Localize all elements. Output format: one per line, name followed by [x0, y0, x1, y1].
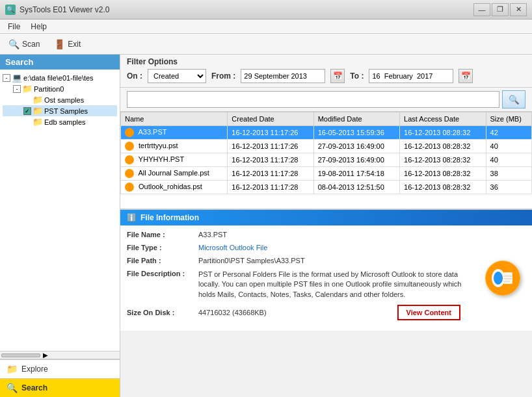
cell-name: All Journal Sample.pst: [121, 167, 228, 181]
from-date-input[interactable]: [241, 69, 325, 83]
main-layout: Search - 💻 e:\data file\e01-file\tes - 📁…: [0, 55, 532, 397]
explore-label: Explore: [21, 365, 48, 374]
file-path-value: Partition0\PST Samples\A33.PST: [198, 257, 467, 264]
tree-item-edb[interactable]: 📁 Edb samples: [3, 116, 117, 127]
filter-row: On : Created Modified Accessed From : 📅 …: [127, 69, 525, 83]
cell-created: 16-12-2013 11:17:26: [228, 140, 313, 153]
tree-area: - 💻 e:\data file\e01-file\tes - 📁 Partit…: [0, 70, 120, 351]
col-modified: Modified Date: [313, 112, 399, 126]
cell-created: 16-12-2013 11:17:26: [228, 126, 313, 140]
table-row[interactable]: tertrttyyu.pst 16-12-2013 11:17:26 27-09…: [121, 140, 532, 153]
col-accessed: Last Access Date: [400, 112, 486, 126]
folder-icon-pst: 📁: [33, 106, 43, 116]
on-dropdown[interactable]: Created Modified Accessed: [148, 69, 206, 83]
file-info-left: File Name : A33.PST File Type : Microsof…: [120, 231, 473, 326]
file-path-label: File Path :: [127, 257, 198, 264]
file-type-row: File Type : Microsoft Outlook File: [127, 244, 467, 251]
cell-size: 38: [486, 167, 531, 181]
file-desc-value: PST or Personal Folders File is the form…: [198, 270, 467, 300]
table-row[interactable]: A33.PST 16-12-2013 11:17:26 16-05-2013 1…: [121, 126, 532, 140]
menu-help[interactable]: Help: [25, 21, 52, 32]
cell-size: 36: [486, 181, 531, 194]
tree-label-partition: Partition0: [34, 85, 64, 93]
scan-button[interactable]: 🔍 Scan: [3, 36, 46, 52]
to-date-input[interactable]: [369, 69, 453, 83]
cell-modified: 16-05-2013 15:59:36: [313, 126, 399, 140]
cell-name: A33.PST: [121, 126, 228, 140]
col-size: Size (MB): [486, 112, 531, 126]
exit-icon: 🚪: [54, 39, 65, 49]
filter-options-title: Filter Options: [127, 57, 525, 66]
file-info-body: File Name : A33.PST File Type : Microsof…: [120, 225, 532, 331]
file-info-icon: ℹ️: [127, 213, 137, 222]
tree-item-ost[interactable]: 📁 Ost samples: [3, 94, 117, 105]
svg-rect-3: [503, 272, 512, 284]
expand-icon-partition[interactable]: -: [13, 85, 21, 93]
view-content-button[interactable]: View Content: [397, 305, 460, 320]
app-icon: 🔍: [5, 5, 16, 15]
cell-modified: 19-08-2011 17:54:18: [313, 167, 399, 181]
file-name-label: File Name :: [127, 231, 198, 238]
right-panel: Filter Options On : Created Modified Acc…: [120, 55, 532, 397]
tree-item-pst[interactable]: ✓ 📁 PST Samples: [3, 105, 117, 116]
tree-item-root[interactable]: - 💻 e:\data file\e01-file\tes: [3, 72, 117, 83]
table-row[interactable]: Outlook_rohidas.pst 16-12-2013 11:17:28 …: [121, 181, 532, 194]
cell-accessed: 16-12-2013 08:28:32: [400, 167, 486, 181]
svg-point-2: [494, 272, 503, 285]
search-go-button[interactable]: 🔍: [502, 90, 525, 109]
search-magnifier-icon: 🔍: [509, 95, 520, 105]
menu-file[interactable]: File: [3, 21, 25, 32]
toolbar: 🔍 Scan 🚪 Exit: [0, 34, 532, 55]
file-info-right: [473, 231, 532, 326]
pst-checkbox[interactable]: ✓: [23, 107, 31, 115]
pst-file-icon: [125, 155, 134, 164]
cell-size: 42: [486, 126, 531, 140]
cell-modified: 27-09-2013 16:49:00: [313, 140, 399, 153]
minimize-button[interactable]: —: [473, 3, 490, 16]
search-tab-icon: 🔍: [7, 383, 18, 393]
col-name: Name: [121, 112, 228, 126]
table-row[interactable]: YHYHYH.PST 16-12-2013 11:17:28 27-09-201…: [121, 153, 532, 167]
filter-section: Filter Options On : Created Modified Acc…: [120, 55, 532, 88]
tree-scrollbar: ▶: [0, 351, 120, 359]
title-bar: 🔍 SysTools E01 Viewer v2.0 — ❐ ✕: [0, 0, 532, 19]
folder-icon-partition: 📁: [22, 84, 33, 94]
left-panel: Search - 💻 e:\data file\e01-file\tes - 📁…: [0, 55, 120, 397]
cell-modified: 08-04-2013 12:51:50: [313, 181, 399, 194]
cell-created: 16-12-2013 11:17:28: [228, 153, 313, 167]
folder-icon-ost: 📁: [33, 95, 43, 105]
search-tab[interactable]: 🔍 Search: [0, 378, 120, 397]
restore-button[interactable]: ❐: [492, 3, 509, 16]
to-calendar-button[interactable]: 📅: [459, 69, 473, 83]
scroll-arrow-right[interactable]: ▶: [43, 352, 48, 359]
file-type-value: Microsoft Outlook File: [198, 244, 467, 251]
app-title: SysTools E01 Viewer v2.0: [20, 5, 110, 14]
folder-icon-edb: 📁: [33, 117, 43, 127]
pst-file-icon: [125, 142, 134, 151]
tree-label-root: e:\data file\e01-file\tes: [23, 74, 94, 82]
cell-name: Outlook_rohidas.pst: [121, 181, 228, 194]
cell-accessed: 16-12-2013 08:28:32: [400, 140, 486, 153]
file-table-wrapper: Name Created Date Modified Date Last Acc…: [120, 112, 532, 209]
outlook-icon: [485, 261, 520, 296]
tree-item-partition[interactable]: - 📁 Partition0: [3, 83, 117, 94]
cell-accessed: 16-12-2013 08:28:32: [400, 181, 486, 194]
cell-name: tertrttyyu.pst: [121, 140, 228, 153]
file-name-row: File Name : A33.PST: [127, 231, 467, 238]
from-calendar-button[interactable]: 📅: [330, 69, 345, 83]
tree-label-edb: Edb samples: [44, 118, 86, 126]
exit-button[interactable]: 🚪 Exit: [48, 36, 86, 52]
pst-file-icon: [125, 128, 134, 137]
explore-tab[interactable]: 📁 Explore: [0, 359, 120, 378]
scrollbar-thumb[interactable]: [1, 353, 40, 357]
cell-accessed: 16-12-2013 08:28:32: [400, 153, 486, 167]
file-size-label: Size On Disk :: [127, 309, 198, 316]
exit-label: Exit: [68, 40, 81, 49]
cell-size: 40: [486, 140, 531, 153]
close-button[interactable]: ✕: [510, 3, 527, 16]
expand-icon[interactable]: -: [3, 74, 10, 82]
search-input[interactable]: [127, 91, 499, 108]
cell-modified: 27-09-2013 16:49:00: [313, 153, 399, 167]
from-label: From :: [211, 71, 235, 81]
table-row[interactable]: All Journal Sample.pst 16-12-2013 11:17:…: [121, 167, 532, 181]
